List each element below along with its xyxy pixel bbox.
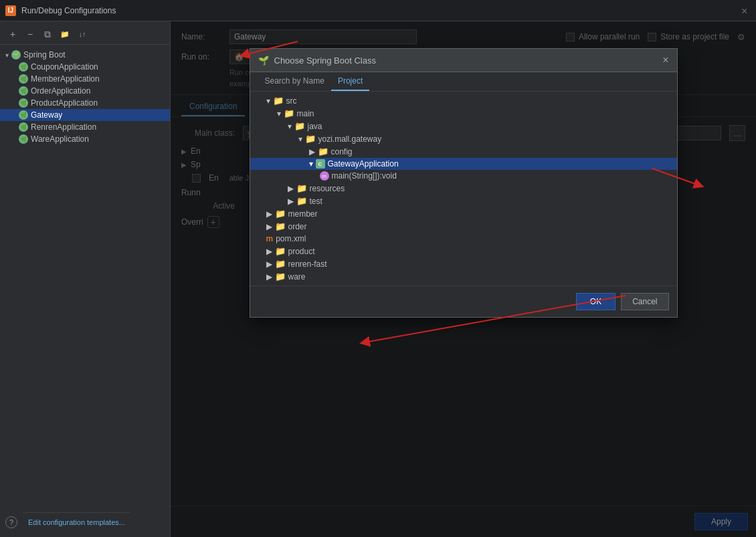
help-button[interactable]: ? (5, 516, 17, 528)
spring-item-icon: 🌿 (19, 98, 28, 108)
tree-item-config[interactable]: ▶ 📁 config (250, 145, 677, 158)
folder-icon: 📁 (275, 259, 286, 269)
chevron-right-icon: ▶ (266, 247, 272, 256)
tree-item-pom[interactable]: m pom.xml (250, 233, 677, 245)
spring-item-icon: 🌿 (19, 74, 28, 84)
modal-footer: OK Cancel (250, 286, 677, 317)
sidebar-item-label: Gateway (31, 110, 62, 120)
spring-group-icon: 🌱 (11, 50, 21, 60)
tree-item-gateway-app[interactable]: ▾ C GatewayApplication (250, 158, 677, 170)
tree-item-renren[interactable]: ▶ 📁 renren-fast (250, 257, 677, 270)
folder-icon: 📁 (275, 221, 286, 231)
folder-icon: 📁 (318, 146, 328, 156)
sidebar-item-coupon[interactable]: 🌿 CouponApplication (0, 61, 170, 73)
chevron-down-icon: ▾ (298, 134, 302, 144)
spring-item-icon: 🌿 (19, 86, 28, 96)
tree-item-member[interactable]: ▶ 📁 member (250, 207, 677, 220)
chevron-down-icon: ▾ (266, 96, 270, 106)
app-icon: IJ (5, 5, 16, 16)
modal-tab-project[interactable]: Project (331, 72, 369, 91)
sort-config-button[interactable]: ↓↑ (75, 27, 90, 41)
chevron-right-icon: ▶ (288, 184, 294, 193)
modal-title: 🌱 Choose Spring Boot Class (258, 56, 376, 66)
modal-overlay: 🌱 Choose Spring Boot Class × Search by N… (171, 21, 756, 537)
java-folder-icon: 📁 (294, 121, 305, 131)
folder-icon: 📁 (296, 196, 307, 206)
chevron-right-icon: ▶ (309, 147, 315, 156)
sidebar-item-product[interactable]: 🌿 ProductApplication (0, 97, 170, 109)
sidebar: + − ⧉ 📁 ↓↑ ▾ 🌱 Spring Boot 🌿 CouponAppli… (0, 21, 171, 537)
sidebar-section-spring-boot: ▾ 🌱 Spring Boot 🌿 CouponApplication 🌿 Me… (0, 47, 170, 146)
move-config-button[interactable]: 📁 (58, 27, 72, 41)
tree-item-src[interactable]: ▾ 📁 src (250, 94, 677, 107)
tree-item-main-method[interactable]: m main(String[]):void (250, 170, 677, 182)
tree-item-main[interactable]: ▾ 📁 main (250, 107, 677, 120)
tree-item-resources[interactable]: ▶ 📁 resources (250, 182, 677, 195)
chevron-down-icon: ▾ (5, 51, 9, 59)
copy-config-button[interactable]: ⧉ (40, 27, 55, 41)
folder-icon: 📁 (275, 272, 286, 282)
sidebar-item-ware[interactable]: 🌿 WareApplication (0, 133, 170, 145)
tree-item-yozi-gateway[interactable]: ▾ 📁 yozi.mall.gateway (250, 132, 677, 145)
spring-boot-group-label: Spring Boot (23, 50, 66, 60)
folder-icon: 📁 (305, 134, 316, 144)
sidebar-item-member[interactable]: 🌿 MemberApplication (0, 73, 170, 85)
modal-title-bar: 🌱 Choose Spring Boot Class × (250, 49, 677, 72)
title-bar-text: Run/Debug Configurations (21, 6, 116, 15)
folder-icon: 📁 (275, 246, 286, 256)
chevron-down-icon: ▾ (277, 109, 281, 118)
pom-icon: m (266, 234, 274, 243)
config-content: Name: Allow parallel run Store as projec… (171, 21, 756, 537)
chevron-right-icon: ▶ (266, 272, 272, 282)
sidebar-item-label: OrderApplication (31, 86, 90, 96)
tree-item-order[interactable]: ▶ 📁 order (250, 220, 677, 233)
sidebar-bottom: ? Edit configuration templates... (0, 510, 170, 534)
chevron-down-icon: ▾ (288, 122, 292, 131)
edit-templates-link[interactable]: Edit configuration templates... (23, 512, 130, 532)
modal-tree: ▾ 📁 src ▾ 📁 main ▾ 📁 java (250, 92, 677, 286)
title-bar: IJ Run/Debug Configurations × (0, 0, 756, 21)
spring-item-icon: 🌿 (19, 122, 28, 132)
close-button[interactable]: × (741, 6, 751, 15)
sidebar-group-spring-boot[interactable]: ▾ 🌱 Spring Boot (0, 49, 170, 61)
sidebar-item-label: MemberApplication (31, 74, 100, 84)
sidebar-item-label: WareApplication (31, 134, 89, 144)
cancel-button[interactable]: Cancel (621, 293, 668, 310)
sidebar-item-label: ProductApplication (31, 98, 98, 108)
modal-tab-search[interactable]: Search by Name (258, 72, 331, 91)
method-icon: m (320, 171, 329, 181)
modal-tabs: Search by Name Project (250, 72, 677, 92)
sidebar-item-label: RenrenApplication (31, 122, 96, 132)
modal-spring-icon: 🌱 (258, 56, 269, 66)
folder-icon: 📁 (284, 108, 294, 118)
tree-item-java[interactable]: ▾ 📁 java (250, 120, 677, 132)
tree-item-test[interactable]: ▶ 📁 test (250, 195, 677, 207)
sidebar-toolbar: + − ⧉ 📁 ↓↑ (0, 24, 170, 45)
chevron-right-icon: ▶ (266, 222, 272, 231)
remove-config-button[interactable]: − (23, 27, 37, 41)
chevron-right-icon: ▶ (288, 197, 294, 206)
sidebar-item-label: CouponApplication (31, 62, 98, 72)
sidebar-item-gateway[interactable]: 🌿 Gateway (0, 109, 170, 121)
chevron-right-icon: ▶ (266, 259, 272, 269)
sidebar-item-renren[interactable]: 🌿 RenrenApplication (0, 121, 170, 133)
spring-item-icon: 🌿 (19, 62, 28, 72)
ok-button[interactable]: OK (576, 293, 616, 310)
chevron-right-icon: ▶ (266, 209, 272, 219)
choose-class-modal: 🌱 Choose Spring Boot Class × Search by N… (250, 48, 678, 318)
add-config-button[interactable]: + (5, 27, 20, 41)
sidebar-item-order[interactable]: 🌿 OrderApplication (0, 85, 170, 97)
class-icon: C (316, 159, 325, 169)
modal-close-button[interactable]: × (662, 54, 668, 66)
folder-icon: 📁 (275, 209, 286, 219)
tree-item-product[interactable]: ▶ 📁 product (250, 245, 677, 257)
chevron-down-icon: ▾ (309, 159, 313, 169)
folder-icon: 📁 (273, 96, 284, 106)
tree-item-ware[interactable]: ▶ 📁 ware (250, 270, 677, 283)
folder-icon: 📁 (296, 183, 307, 193)
spring-item-icon: 🌿 (19, 134, 28, 144)
spring-item-icon: 🌿 (19, 110, 28, 120)
